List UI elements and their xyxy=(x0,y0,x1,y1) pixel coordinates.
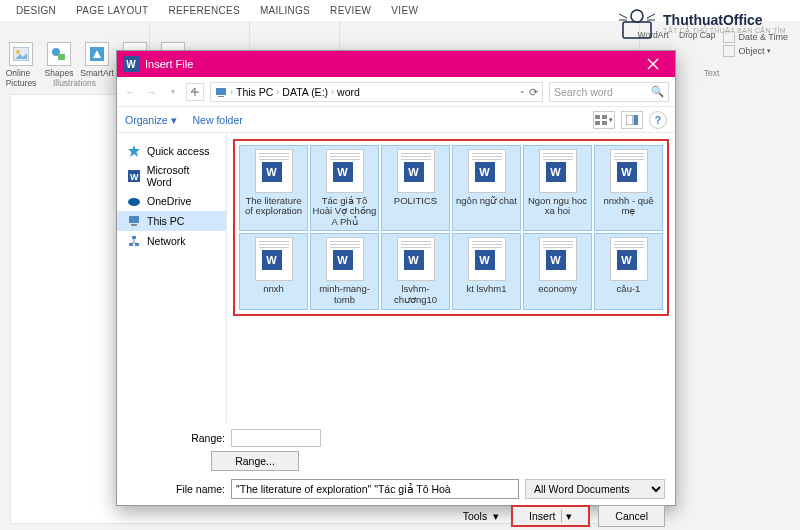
range-input[interactable] xyxy=(231,429,321,447)
file-name: lsvhm-chương10 xyxy=(383,284,448,306)
help-button[interactable]: ? xyxy=(649,111,667,129)
file-item[interactable]: Wnnxhh - quê mẹ xyxy=(594,145,663,231)
range-label: Range: xyxy=(173,432,225,444)
file-item[interactable]: Wkt lsvhm1 xyxy=(452,233,521,310)
tab-mailings[interactable]: MAILINGS xyxy=(250,2,320,19)
address-bar[interactable]: › This PC › DATA (E:) › word ⌄ ⟳ xyxy=(210,82,543,102)
forward-button[interactable]: → xyxy=(144,84,159,99)
filetype-select[interactable]: All Word Documents xyxy=(525,479,665,499)
view-mode-button[interactable]: ▾ xyxy=(593,111,615,129)
file-item[interactable]: Wcâu-1 xyxy=(594,233,663,310)
word-doc-icon: W xyxy=(255,149,293,193)
file-name: câu-1 xyxy=(617,284,641,306)
tab-references[interactable]: REFERENCES xyxy=(159,2,250,19)
file-name: nnxh xyxy=(263,284,284,306)
refresh-icon[interactable]: ⟳ xyxy=(529,86,538,98)
insert-button[interactable]: Insert▾ xyxy=(511,505,590,527)
new-folder-button[interactable]: New folder xyxy=(193,114,243,126)
path-folder[interactable]: word xyxy=(337,86,360,98)
sidebar-item-label: OneDrive xyxy=(147,195,191,207)
search-placeholder: Search word xyxy=(554,86,613,98)
pc-icon xyxy=(127,214,141,228)
search-icon: 🔍 xyxy=(651,85,664,98)
file-item[interactable]: Wnnxh xyxy=(239,233,308,310)
dialog-title: Insert File xyxy=(145,58,193,70)
pane-icon xyxy=(626,115,638,125)
file-name: nnxhh - quê mẹ xyxy=(596,196,661,218)
file-name: ngôn ngữ chat xyxy=(456,196,517,218)
svg-rect-26 xyxy=(218,96,224,97)
sidebar-item-onedrive[interactable]: OneDrive xyxy=(117,191,226,211)
svg-rect-38 xyxy=(131,224,137,226)
word-doc-icon: W xyxy=(610,237,648,281)
close-icon xyxy=(647,58,659,70)
file-item[interactable]: Weconomy xyxy=(523,233,592,310)
file-item[interactable]: WTác giả Tô Hoài Vợ chồng A Phủ xyxy=(310,145,379,231)
svg-rect-3 xyxy=(58,54,65,60)
file-name: economy xyxy=(538,284,577,306)
grid-icon xyxy=(595,115,607,125)
file-name: Ngon ngu hoc xa hoi xyxy=(525,196,590,218)
file-item[interactable]: WPOLITICS xyxy=(381,145,450,231)
svg-line-18 xyxy=(619,14,627,18)
tab-view[interactable]: VIEW xyxy=(381,2,428,19)
word-doc-icon: W xyxy=(326,149,364,193)
svg-rect-39 xyxy=(132,236,136,239)
mascot-icon xyxy=(617,4,657,42)
ribbon-object[interactable]: Object▾ xyxy=(723,44,788,58)
svg-point-1 xyxy=(16,50,20,54)
sidebar-item-network[interactable]: Network xyxy=(117,231,226,251)
insert-dropdown[interactable]: ▾ xyxy=(561,510,572,522)
dialog-toolbar: Organize ▾ New folder ▾ ? xyxy=(117,107,675,133)
organize-menu[interactable]: Organize ▾ xyxy=(125,114,177,126)
word-doc-icon: W xyxy=(397,149,435,193)
dialog-title-bar[interactable]: W Insert File xyxy=(117,51,675,77)
file-item[interactable]: WThe literature of exploration xyxy=(239,145,308,231)
preview-pane-button[interactable] xyxy=(621,111,643,129)
svg-marker-33 xyxy=(128,145,140,157)
svg-rect-25 xyxy=(216,88,226,95)
close-button[interactable] xyxy=(637,53,669,75)
svg-rect-16 xyxy=(623,22,651,38)
word-doc-icon: W xyxy=(468,149,506,193)
sidebar-item-label: Microsoft Word xyxy=(147,164,216,188)
address-dropdown-icon[interactable]: ⌄ xyxy=(519,86,526,98)
range-button[interactable]: Range... xyxy=(211,451,299,471)
file-pane: WThe literature of explorationWTác giả T… xyxy=(227,133,675,423)
brand-name: ThuthuatOffice xyxy=(663,13,786,27)
back-button[interactable]: ← xyxy=(123,84,138,99)
sidebar-item-label: This PC xyxy=(147,215,184,227)
up-button[interactable] xyxy=(186,83,204,101)
filename-label: File name: xyxy=(173,483,225,495)
insert-file-dialog: W Insert File ← → ▾ › This PC › DATA (E:… xyxy=(116,50,676,506)
sidebar-item-microsoft-word[interactable]: WMicrosoft Word xyxy=(117,161,226,191)
word-doc-icon: W xyxy=(610,149,648,193)
sidebar-item-label: Network xyxy=(147,235,186,247)
sidebar-item-quick-access[interactable]: Quick access xyxy=(117,141,226,161)
filename-input[interactable] xyxy=(231,479,519,499)
tab-review[interactable]: REVIEW xyxy=(320,2,381,19)
search-box[interactable]: Search word 🔍 xyxy=(549,82,669,102)
word-doc-icon: W xyxy=(539,237,577,281)
path-root[interactable]: This PC xyxy=(236,86,273,98)
word-icon: W xyxy=(123,56,139,72)
tools-menu[interactable]: Tools ▾ xyxy=(463,510,499,522)
tab-design[interactable]: DESIGN xyxy=(6,2,66,19)
file-item[interactable]: Wminh-mang-tomb xyxy=(310,233,379,310)
tab-pagelayout[interactable]: PAGE LAYOUT xyxy=(66,2,158,19)
file-item[interactable]: WNgon ngu hoc xa hoi xyxy=(523,145,592,231)
history-dropdown[interactable]: ▾ xyxy=(165,84,180,99)
svg-line-19 xyxy=(647,14,655,18)
dialog-bottom: Range: Range... File name: All Word Docu… xyxy=(117,423,675,530)
sidebar-item-this-pc[interactable]: This PC xyxy=(117,211,226,231)
dialog-nav: ← → ▾ › This PC › DATA (E:) › word ⌄ ⟳ S… xyxy=(117,77,675,107)
nav-sidebar: Quick accessWMicrosoft WordOneDriveThis … xyxy=(117,133,227,423)
file-name: kt lsvhm1 xyxy=(466,284,506,306)
svg-text:W: W xyxy=(130,172,139,182)
path-drive[interactable]: DATA (E:) xyxy=(282,86,328,98)
file-item[interactable]: Wngôn ngữ chat xyxy=(452,145,521,231)
file-item[interactable]: Wlsvhm-chương10 xyxy=(381,233,450,310)
brand-tagline: TẤT CẢ THỦ THUẬT BẠN CẦN TÌM xyxy=(663,27,786,34)
file-name: Tác giả Tô Hoài Vợ chồng A Phủ xyxy=(312,196,377,227)
cancel-button[interactable]: Cancel xyxy=(598,505,665,527)
